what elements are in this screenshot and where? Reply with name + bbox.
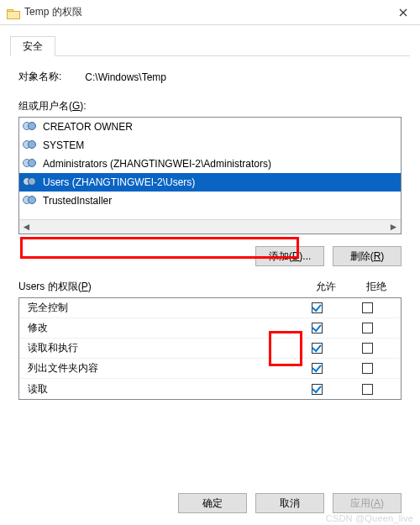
list-item[interactable]: SYSTEM [19,136,401,155]
allow-checkbox[interactable] [312,343,323,354]
scroll-right-icon[interactable]: ► [386,220,401,234]
list-item-label: CREATOR OWNER [43,121,133,133]
deny-checkbox[interactable] [362,343,373,354]
allow-checkbox[interactable] [312,384,323,395]
column-deny: 拒绝 [351,280,402,294]
permission-row: 读取 [19,379,401,399]
users-icon [23,139,39,152]
ok-button[interactable]: 确定 [178,493,247,513]
users-icon [23,120,39,134]
permissions-header: Users 的权限(P) 允许 拒绝 [18,280,402,294]
deny-checkbox[interactable] [362,302,373,313]
object-name-label: 对象名称: [18,70,61,84]
users-icon [23,176,39,189]
users-icon [23,194,39,207]
groups-listbox[interactable]: CREATOR OWNERSYSTEMAdministrators (ZHANG… [18,117,402,234]
folder-icon [7,8,19,18]
list-item-label: SYSTEM [43,139,84,151]
list-item[interactable]: Administrators (ZHANGTINGWEI-2\Administr… [19,155,401,173]
close-icon [399,8,407,17]
list-item[interactable]: TrustedInstaller [19,192,401,210]
list-item[interactable]: Users (ZHANGTINGWEI-2\Users) [19,173,401,192]
title-bar: Temp 的权限 [0,0,420,25]
permission-name: 读取和执行 [28,341,291,355]
list-item-label: Administrators (ZHANGTINGWEI-2\Administr… [43,158,271,170]
deny-checkbox[interactable] [362,323,373,333]
permissions-table: 完全控制修改读取和执行列出文件夹内容读取 [18,297,402,400]
object-name-value: C:\Windows\Temp [85,71,166,83]
allow-checkbox[interactable] [312,302,323,313]
scroll-left-icon[interactable]: ◄ [19,220,34,234]
window-title: Temp 的权限 [24,5,386,19]
add-button[interactable]: 添加(D)... [255,246,324,266]
allow-checkbox[interactable] [312,363,323,374]
remove-button[interactable]: 删除(R) [333,246,402,266]
permission-name: 列出文件夹内容 [28,361,291,375]
groups-label: 组或用户名(G): [18,99,402,113]
close-button[interactable] [386,0,420,25]
tab-strip: 安全 [10,35,420,55]
tab-security[interactable]: 安全 [10,36,55,56]
users-icon [23,157,39,171]
list-item[interactable]: CREATOR OWNER [19,118,401,136]
allow-checkbox[interactable] [312,323,323,333]
list-item-label: Users (ZHANGTINGWEI-2\Users) [43,176,195,188]
list-item-label: TrustedInstaller [43,195,112,207]
horizontal-scrollbar[interactable]: ◄ ► [19,219,401,234]
column-allow: 允许 [301,280,351,294]
permission-row: 列出文件夹内容 [19,359,401,379]
deny-checkbox[interactable] [362,363,373,374]
apply-button[interactable]: 应用(A) [333,493,402,513]
permission-name: 读取 [28,382,291,396]
cancel-button[interactable]: 取消 [255,493,324,513]
permission-row: 读取和执行 [19,339,401,359]
permission-row: 完全控制 [19,298,401,318]
permission-name: 完全控制 [28,301,291,315]
deny-checkbox[interactable] [362,384,373,395]
permission-row: 修改 [19,318,401,339]
permission-name: 修改 [28,321,291,335]
watermark: CSDN @Queen_live [326,513,413,523]
